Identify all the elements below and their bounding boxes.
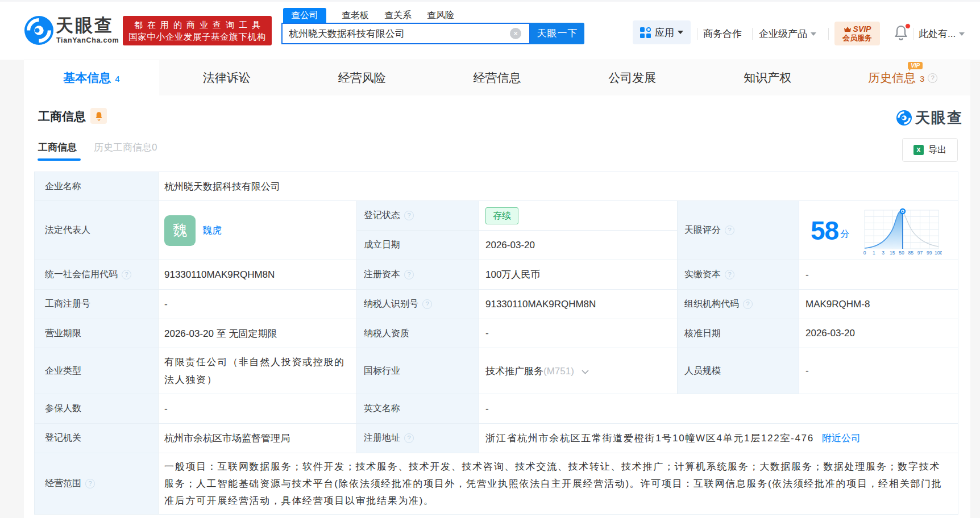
field-label: 核准日期 [684,328,721,338]
field-label: 国标行业 [364,366,400,375]
tab-history-info[interactable]: 历史信息 3 VIP [835,60,970,95]
tab-company-development[interactable]: 公司发展 [564,60,700,95]
apps-menu[interactable]: 应用 [633,20,691,44]
excel-icon: X [913,145,924,155]
field-label: 参保人数 [45,403,81,413]
tab-intellectual-property[interactable]: 知识产权 [700,60,835,95]
content-card: 工商信息 天眼查 工商信息 历史工商信息0 X 导 [24,95,970,518]
search-tab-company[interactable]: 查公司 [283,8,326,23]
field-label: 注册地址 [364,433,400,442]
est-date-value: 2026-03-20 [479,231,678,260]
divider [828,28,829,40]
field-label: 天眼评分 [684,225,721,235]
field-label: 登记机关 [45,433,81,442]
company-type-value: 有限责任公司（非自然人投资或控股的法人独资） [159,348,357,394]
slogan-line1: 都在用的商业查询工具 [130,19,265,31]
help-icon[interactable] [928,73,937,83]
user-label: 此处有... [919,27,956,40]
tab-label: 历史信息 [868,70,916,86]
header: 天眼查 TianYanCha.com 都在用的商业查询工具 国家中小企业发展子基… [0,0,980,60]
search-tab-risk[interactable]: 查风险 [427,10,454,22]
reg-authority-value: 杭州市余杭区市场监督管理局 [159,424,357,453]
tab-legal[interactable]: 法律诉讼 [159,60,294,95]
tab-label: 基本信息 [63,70,111,86]
top-hairline [0,0,980,2]
business-scope-value: 一般项目：互联网数据服务；软件开发；技术服务、技术开发、技术咨询、技术交流、技术… [159,453,958,515]
search-button[interactable]: 天眼一下 [530,23,584,44]
notification-bell[interactable] [894,25,910,41]
watermark-logo-icon [896,110,912,126]
user-menu[interactable]: 此处有... [919,28,965,40]
field-label: 登记状态 [364,210,400,220]
subtab-business-info[interactable]: 工商信息 [38,141,77,154]
enterprise-link[interactable]: 企业级产品 [759,28,816,40]
chevron-down-icon[interactable] [582,370,589,374]
tab-count: 3 [920,74,924,83]
help-icon[interactable] [85,479,95,488]
chevron-down-icon [811,32,816,36]
tab-label: 法律诉讼 [203,70,251,86]
table-row: 法定代表人 魏 魏虎 登记状态 存续 天眼评分 58 分 [35,201,958,231]
help-icon[interactable] [725,225,734,235]
field-label: 纳税人资质 [364,328,409,338]
tab-label: 经营信息 [474,70,521,86]
field-label: 工商注册号 [45,299,90,308]
score-value[interactable]: 58 [811,215,838,246]
score-cell: 58 分 [799,206,958,256]
field-label: 实缴资本 [684,269,721,279]
tab-count: 4 [115,74,119,83]
help-icon[interactable] [743,299,753,309]
taxpayer-qual-value: - [479,319,678,348]
brand-logo-icon[interactable] [24,16,53,45]
subtab-underline [38,158,81,161]
slogan-line2: 国家中小企业发展子基金旗下机构 [128,31,266,43]
svg-text:X: X [916,147,921,153]
export-label: 导出 [928,144,946,156]
help-icon[interactable] [725,270,734,279]
field-label: 统一社会信用代码 [45,269,118,279]
svg-text:15: 15 [890,250,895,256]
help-icon[interactable] [404,211,414,220]
tab-label: 经营风险 [338,70,386,86]
help-icon[interactable] [122,270,131,279]
search-input[interactable] [283,28,510,39]
score-distribution-chart: 0 1 3 15 50 85 97 99 100 [861,206,942,256]
tab-operation-risk[interactable]: 经营风险 [294,60,430,95]
export-button[interactable]: X 导出 [902,138,958,162]
tab-basic-info[interactable]: 基本信息 4 [24,60,159,95]
legal-rep-link[interactable]: 魏虎 [202,224,222,237]
paid-capital-value: - [799,260,958,290]
industry-value: 技术推广服务(M751) [479,348,678,394]
svip-label: SVIP [853,25,871,34]
score-unit: 分 [840,228,849,240]
tab-label: 知识产权 [744,70,791,86]
legal-rep-avatar[interactable]: 魏 [164,215,196,246]
field-label: 经营范围 [45,478,81,488]
help-icon[interactable] [404,433,414,443]
monitor-bell-button[interactable] [90,108,107,124]
clear-icon[interactable]: ✕ [510,28,521,39]
table-row: 企业名称 杭州晓天数据科技有限公司 [35,172,958,201]
svip-sublabel: 会员服务 [842,34,872,42]
search-tabs: 查公司 查老板 查关系 查风险 [283,8,454,23]
search-tab-boss[interactable]: 查老板 [342,10,369,22]
svip-badge[interactable]: SVIP 会员服务 [834,22,880,45]
nearby-companies-link[interactable]: 附近公司 [822,433,861,444]
search-tab-relation[interactable]: 查关系 [384,10,412,22]
field-label: 人员规模 [684,366,721,375]
enterprise-label: 企业级产品 [759,27,807,40]
english-name-value: - [479,394,958,424]
apps-grid-icon [640,27,651,38]
subtab-history-business-info[interactable]: 历史工商信息0 [94,141,157,154]
help-icon[interactable] [422,299,432,309]
bell-icon [94,111,103,121]
table-row: 工商注册号 - 纳税人识别号 91330110MAK9RQHM8N 组织机构代码… [35,290,958,319]
help-icon[interactable] [404,270,414,279]
divider [697,28,697,40]
cooperation-link[interactable]: 商务合作 [703,28,742,40]
business-info-table: 企业名称 杭州晓天数据科技有限公司 法定代表人 魏 魏虎 登记状态 存续 天眼评… [34,172,958,515]
tab-operation-info[interactable]: 经营信息 [430,60,565,95]
divider [752,28,753,40]
watermark-logo: 天眼查 [896,108,963,128]
brand-name[interactable]: 天眼查 [56,14,114,37]
